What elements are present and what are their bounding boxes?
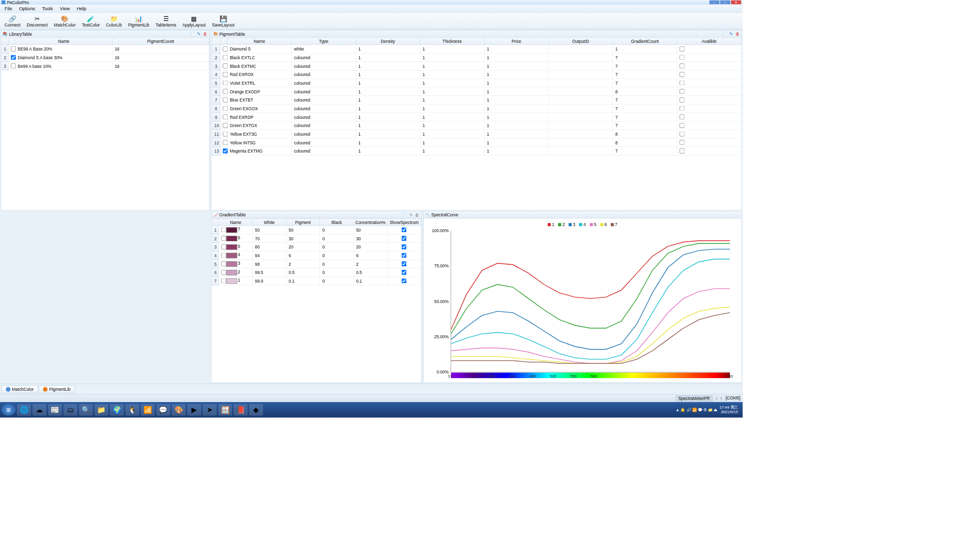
library-row[interactable]: 1BE99 A Base 20%16 [2,45,209,54]
menu-help[interactable]: Help [74,6,89,13]
taskbar-app[interactable]: ◆ [249,404,263,416]
pigment-available-checkbox[interactable] [679,72,684,77]
taskbar-app[interactable]: 📕 [234,404,248,416]
pigment-available-checkbox[interactable] [679,64,684,69]
pigment-row[interactable]: 10Green EXTGXcoloured1117 [212,121,741,130]
gradient-row[interactable]: 267030030 [212,234,421,243]
taskbar-app[interactable]: 📶 [141,404,155,416]
gradient-delete-button[interactable]: 🗑 [414,212,420,218]
show-spectrum-checkbox[interactable] [402,228,407,233]
pigment-available-checkbox[interactable] [679,46,684,52]
menu-options[interactable]: Options [16,6,38,13]
gradient-row-checkbox[interactable] [221,253,226,258]
tool-matchcolor[interactable]: 🎨MatchColor [51,14,79,28]
tab-pigmentlib[interactable]: PigmentLib [39,385,75,393]
start-button[interactable]: ⊞ [2,404,15,416]
taskbar-app[interactable]: 📁 [94,404,108,416]
menu-view[interactable]: View [57,6,73,13]
tool-disconnect[interactable]: ✂Disconnect [23,14,51,28]
gradient-row[interactable]: 6299.50.500.5 [212,268,421,277]
menu-file[interactable]: File [2,6,15,13]
pigment-delete-button[interactable]: 🗑 [734,31,740,37]
taskbar-app[interactable]: 💬 [156,404,170,416]
pigment-row[interactable]: 1Diamond Swhite1111 [212,45,741,54]
pigment-available-checkbox[interactable] [679,140,684,145]
taskbar-app[interactable]: 🗂 [63,404,77,416]
pigment-row-checkbox[interactable] [223,140,228,145]
pigment-row-checkbox[interactable] [223,132,228,137]
library-row-checkbox[interactable] [11,64,16,69]
library-row-checkbox[interactable] [11,55,16,60]
pigment-row-checkbox[interactable] [223,106,228,111]
gradient-row-checkbox[interactable] [221,244,226,249]
pigment-row[interactable]: 12Yellow INT5Gcoloured1118 [212,138,741,147]
taskbar-app[interactable]: ☁ [33,404,46,416]
pigment-row[interactable]: 9Red EXRDPcoloured1117 [212,113,741,121]
taskbar-app[interactable]: 🎨 [172,404,185,416]
system-tray[interactable]: ▲ 🔔 🔊 📶 💬 ⚙ 📁 ⏏ 17:44 周三 2021/9/15 [673,405,741,414]
taskbar-app[interactable]: 🌐 [17,404,31,416]
pigment-available-checkbox[interactable] [679,106,684,111]
pigment-available-checkbox[interactable] [679,55,684,60]
pigment-row[interactable]: 11Yellow EXT3Gcoloured1118 [212,130,741,138]
taskbar-app[interactable]: ▶ [187,404,201,416]
pigment-row-checkbox[interactable] [223,72,228,77]
pigment-available-checkbox[interactable] [679,81,684,86]
gradient-row-checkbox[interactable] [221,270,226,275]
maximize-button[interactable]: □ [720,1,730,5]
library-row-checkbox[interactable] [11,46,16,52]
show-spectrum-checkbox[interactable] [402,279,407,284]
library-delete-button[interactable]: 🗑 [202,31,208,37]
minimize-button[interactable]: – [709,1,720,5]
taskbar-app[interactable]: 📰 [48,404,62,416]
pigment-row-checkbox[interactable] [223,81,228,86]
pigment-row[interactable]: 7Blue EXTBTcoloured1117 [212,96,741,105]
pigment-row-checkbox[interactable] [223,97,228,103]
gradient-row[interactable]: 5398202 [212,260,421,268]
show-spectrum-checkbox[interactable] [402,270,407,275]
gradient-add-button[interactable]: 📄 [402,212,407,218]
pigment-row[interactable]: 13Magenta EXTMGcoloured1117 [212,147,741,156]
gradient-row[interactable]: 7199.90.100.1 [212,277,421,285]
gradient-row[interactable]: 4494606 [212,251,421,260]
show-spectrum-checkbox[interactable] [402,236,407,241]
pigment-row-checkbox[interactable] [223,64,228,69]
taskbar-app[interactable]: 🐧 [126,404,139,416]
pigment-row[interactable]: 3Black EXTMCcoloured1117 [212,62,741,70]
pigment-row-checkbox[interactable] [223,123,228,128]
tool-tableitems[interactable]: ☰TableItems [153,14,179,28]
pigment-row-checkbox[interactable] [223,115,228,120]
taskbar-app[interactable]: ➤ [203,404,216,416]
tool-connect[interactable]: 🔗Connect [2,14,23,28]
tab-matchcolor[interactable]: MatchColor [2,385,38,393]
taskbar-app[interactable]: 🔍 [79,404,93,416]
tool-applylayout[interactable]: ▦ApplyLayout [179,14,209,28]
tool-pigmentlib[interactable]: 📊PigmentLib [125,14,153,28]
taskbar-app[interactable]: 🪟 [218,404,232,416]
library-edit-button[interactable]: ✎ [196,31,202,37]
pigment-row[interactable]: 6Orange EXODPcoloured1118 [212,87,741,96]
pigment-row[interactable]: 5Violet EXTRLcoloured1117 [212,79,741,87]
library-add-button[interactable]: 📄 [190,31,195,37]
pigment-available-checkbox[interactable] [679,148,684,154]
pigment-row-checkbox[interactable] [223,148,228,154]
tool-savelayout[interactable]: 💾SaveLayout [209,14,237,28]
taskbar-app[interactable]: 🌍 [110,404,124,416]
show-spectrum-checkbox[interactable] [402,244,407,249]
pigment-available-checkbox[interactable] [679,123,684,128]
library-row[interactable]: 3Be99 A base 10%16 [2,62,209,70]
pigment-row-checkbox[interactable] [223,89,228,94]
gradient-table-grid[interactable]: NameWhitePigmentBlackConcentration%ShowS… [212,218,422,382]
pigment-row[interactable]: 4Red EXROXcoloured1117 [212,70,741,79]
library-row[interactable]: 2Diamond S A base 30%16 [2,53,209,62]
tool-testcolor[interactable]: 🧪TestColor [79,14,103,28]
gradient-row[interactable]: 175050050 [212,226,421,234]
pigment-available-checkbox[interactable] [679,132,684,137]
pigment-table-grid[interactable]: NameTypeDensityThicknessPriceOutputIDGra… [212,38,742,210]
pigment-row[interactable]: 2Black EXTLCcoloured1117 [212,53,741,62]
menu-tools[interactable]: Tools [39,6,56,13]
pigment-row[interactable]: 8Green EXGOXcoloured1117 [212,104,741,113]
gradient-row-checkbox[interactable] [221,236,226,241]
show-spectrum-checkbox[interactable] [402,261,407,266]
library-table-grid[interactable]: NamePigmentCount1BE99 A Base 20%162Diamo… [1,38,209,210]
